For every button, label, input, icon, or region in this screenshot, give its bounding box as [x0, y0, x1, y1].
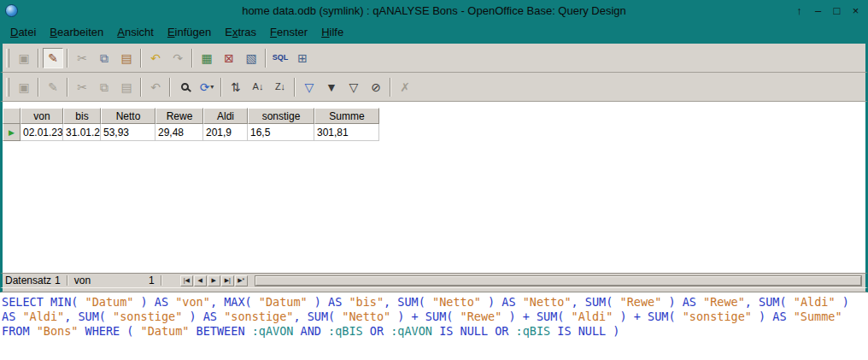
copy-button[interactable]: ⧉ — [94, 77, 114, 97]
refresh-button[interactable]: ⟳▾ — [196, 77, 217, 97]
pencil-icon: ✎ — [48, 52, 58, 64]
table-cell[interactable]: 301,81 — [314, 124, 379, 141]
current-row-pointer-icon: ▶ — [9, 128, 15, 137]
toolbar-grip[interactable] — [6, 49, 9, 68]
sql-editor[interactable]: SELECT MIN( "Datum" ) AS "von", MAX( "Da… — [0, 292, 868, 360]
column-header-aldi[interactable]: Aldi — [203, 108, 248, 124]
standard-filter-button[interactable]: ▽ — [343, 77, 364, 97]
toolbar-separator — [294, 78, 296, 97]
refresh-icon: ⟳ — [200, 81, 210, 93]
menu-ansicht[interactable]: Ansicht — [110, 22, 161, 42]
first-record-button[interactable]: |◀ — [180, 275, 193, 286]
minimize-button[interactable]: – — [810, 3, 826, 18]
maximize-button[interactable]: □ — [829, 3, 845, 18]
column-header-summe[interactable]: Summe — [314, 108, 379, 124]
toolbar-separator — [191, 49, 193, 68]
table-corner-cell[interactable] — [3, 108, 21, 124]
copy-icon: ⧉ — [100, 81, 108, 93]
toolbar-grip[interactable] — [6, 78, 9, 97]
delete-icon: ✗ — [400, 81, 410, 93]
sql-icon: SQL — [273, 54, 289, 62]
undo-button[interactable]: ↶ — [145, 77, 166, 97]
menu-bearbeiten[interactable]: Bearbeiten — [43, 22, 110, 42]
record-total: 1 — [149, 274, 155, 286]
menu-datei[interactable]: Datei — [3, 22, 43, 42]
remove-filter-button[interactable]: ⊘ — [366, 77, 386, 97]
edit-mode-button[interactable]: ✎ — [43, 48, 63, 68]
menu-einfgen[interactable]: Einfügen — [161, 22, 218, 42]
menubar: DateiBearbeitenAnsichtEinfügenExtrasFens… — [0, 21, 868, 44]
record-current: 1 — [55, 274, 61, 286]
save-record-button[interactable]: ▣ — [14, 77, 34, 97]
column-header-von[interactable]: von — [21, 108, 63, 124]
save-button[interactable]: ▣ — [14, 48, 34, 68]
paste-button[interactable]: ▤ — [116, 77, 137, 97]
last-record-button[interactable]: ▶| — [221, 275, 234, 286]
sql-line: FROM "Bons" WHERE ( "Datum" BETWEEN :qAV… — [2, 324, 868, 339]
design-view-button[interactable]: ▧ — [241, 48, 261, 68]
column-header-netto[interactable]: Netto — [101, 108, 155, 124]
toolbar-separator — [140, 78, 142, 97]
toolbar-separator — [67, 78, 68, 97]
delete-record-button[interactable]: ✗ — [395, 77, 415, 97]
table-cell[interactable]: 53,93 — [101, 124, 155, 141]
clear-query-button[interactable]: ⊠ — [219, 48, 239, 68]
table-cell[interactable]: 201,9 — [203, 124, 248, 141]
cut-button[interactable]: ✂ — [72, 48, 92, 68]
run-query-button[interactable]: ▦ — [196, 48, 217, 68]
cut-button[interactable]: ✂ — [72, 77, 92, 97]
undo-button[interactable]: ↶ — [145, 48, 166, 68]
column-header-sonstige[interactable]: sonstige — [248, 108, 314, 124]
add-table-button[interactable]: ⊞ — [292, 48, 313, 68]
pencil-icon: ✎ — [48, 81, 58, 93]
toolbar-separator — [67, 49, 68, 68]
find-record-button[interactable] — [174, 77, 195, 97]
toolbar-main: ▣✎✂⧉▤↶↷▦⊠▧SQL⊞ — [0, 44, 868, 73]
auto-filter-button[interactable]: ▽ — [299, 77, 320, 97]
table-cell[interactable]: 29,48 — [155, 124, 203, 141]
window-title: home data.odb (symlink) : qANALYSE Bons … — [0, 4, 868, 17]
minimize-icon: – — [815, 4, 821, 17]
menu-fenster[interactable]: Fenster — [263, 22, 314, 42]
column-header-bis[interactable]: bis — [63, 108, 101, 124]
copy-button[interactable]: ⧉ — [94, 48, 114, 68]
sort-descending-button[interactable]: Z↓ — [270, 77, 290, 97]
horizontal-scrollbar[interactable] — [255, 275, 862, 286]
toolbar-separator — [390, 78, 391, 97]
edit-data-button[interactable]: ✎ — [43, 77, 63, 97]
toolbar-table-data: ▣✎✂⧉▤↶⟳▾⇅A↓Z↓▽▼▽⊘✗ — [0, 73, 868, 102]
table-cell[interactable]: 16,5 — [248, 124, 314, 141]
table-cell[interactable]: 02.01.23 — [21, 124, 63, 141]
apply-filter-button[interactable]: ▼ — [321, 77, 342, 97]
shade-button[interactable]: ↑ — [791, 3, 807, 18]
app-icon — [5, 4, 18, 17]
column-header-rewe[interactable]: Rewe — [155, 108, 203, 124]
statusbar: Datensatz 1 von 1 |◀◀▶▶|▶* — [0, 273, 868, 287]
menu-hilfe[interactable]: Hilfe — [314, 22, 350, 42]
menu-extras[interactable]: Extras — [218, 22, 263, 42]
new-record-button[interactable]: ▶* — [235, 275, 248, 286]
shade-icon: ↑ — [796, 4, 802, 17]
next-record-button[interactable]: ▶ — [208, 275, 220, 286]
table-cell[interactable]: 31.01.2 — [63, 124, 101, 141]
data-grid: vonbisNettoReweAldisonstigeSumme▶02.01.2… — [3, 108, 379, 141]
horizontal-scrollbar-thumb[interactable] — [255, 276, 861, 286]
sort-ascending-button[interactable]: A↓ — [248, 77, 268, 97]
row-header[interactable]: ▶ — [3, 124, 21, 141]
floppy-icon: ▣ — [18, 52, 29, 64]
add-table-icon: ⊞ — [297, 52, 308, 64]
redo-arrow-icon: ↷ — [173, 52, 183, 64]
undo-arrow-icon: ↶ — [150, 52, 161, 64]
close-button[interactable]: × — [847, 3, 864, 18]
redo-button[interactable]: ↷ — [167, 48, 188, 68]
titlebar: home data.odb (symlink) : qANALYSE Bons … — [0, 0, 868, 21]
sql-view-button[interactable]: SQL — [270, 48, 290, 68]
floppy-icon: ▣ — [18, 81, 29, 93]
record-label: Datensatz — [5, 274, 51, 286]
previous-record-button[interactable]: ◀ — [194, 275, 207, 286]
toolbar-separator — [38, 78, 39, 97]
statusbar-separator — [67, 275, 68, 286]
sort-button[interactable]: ⇅ — [226, 77, 246, 97]
base-query-design-window: home data.odb (symlink) : qANALYSE Bons … — [0, 0, 868, 360]
paste-button[interactable]: ▤ — [116, 48, 137, 68]
